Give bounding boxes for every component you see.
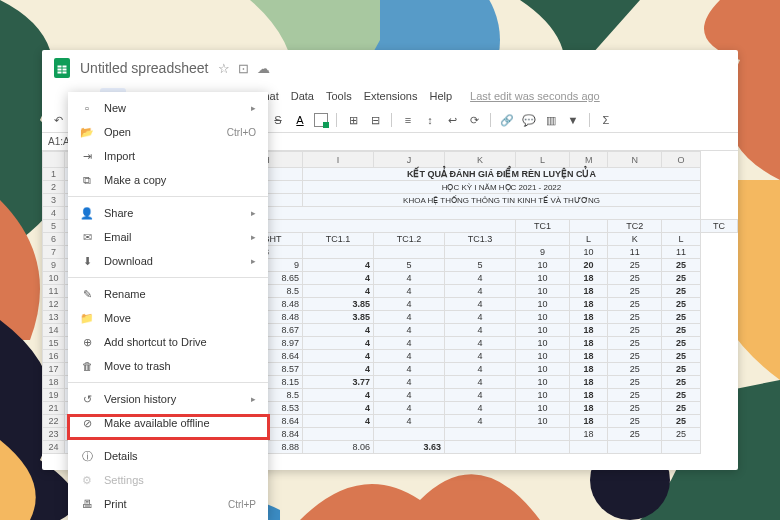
shortcut-icon: ⊕ xyxy=(80,335,94,349)
menu-item-shortcut[interactable]: ⊕Add shortcut to Drive xyxy=(68,330,268,354)
menu-help[interactable]: Help xyxy=(429,90,452,102)
menu-item-print[interactable]: 🖶PrintCtrl+P xyxy=(68,492,268,516)
move-icon: 📁 xyxy=(80,311,94,325)
row-header[interactable]: 6 xyxy=(43,233,65,246)
row-header[interactable]: 9 xyxy=(43,259,65,272)
menu-item-open[interactable]: 📂OpenCtrl+O xyxy=(68,120,268,144)
row-header[interactable]: 5 xyxy=(43,220,65,233)
doc-title[interactable]: Untitled spreadsheet xyxy=(80,60,208,76)
col-header[interactable]: O xyxy=(662,152,701,168)
strike-button[interactable]: S xyxy=(270,112,286,128)
halign-icon[interactable]: ≡ xyxy=(400,112,416,128)
rotate-icon[interactable]: ⟳ xyxy=(466,112,482,128)
menu-item-copy[interactable]: ⧉Make a copy xyxy=(68,168,268,192)
row-header[interactable]: 17 xyxy=(43,363,65,376)
subtitle-cell[interactable]: HỌC KỲ I NĂM HỌC 2021 - 2022 xyxy=(303,181,701,194)
menu-item-trash[interactable]: 🗑Move to trash xyxy=(68,354,268,378)
titlebar: Untitled spreadsheet ☆ ⊡ ☁ xyxy=(42,50,738,86)
row-header[interactable]: 11 xyxy=(43,285,65,298)
menu-item-move[interactable]: 📁Move xyxy=(68,306,268,330)
row-header[interactable]: 12 xyxy=(43,298,65,311)
sheets-logo-icon xyxy=(50,56,74,80)
menu-item-share[interactable]: 👤Share▸ xyxy=(68,201,268,225)
row-header[interactable]: 13 xyxy=(43,311,65,324)
info-icon: ⓘ xyxy=(80,449,94,463)
col-header[interactable]: K xyxy=(445,152,516,168)
col-header[interactable]: I xyxy=(303,152,374,168)
file-menu-dropdown: ▫New▸ 📂OpenCtrl+O ⇥Import ⧉Make a copy 👤… xyxy=(68,92,268,520)
row-header[interactable]: 21 xyxy=(43,402,65,415)
share-icon: 👤 xyxy=(80,206,94,220)
row-header[interactable]: 10 xyxy=(43,272,65,285)
row-header[interactable]: 24 xyxy=(43,441,65,454)
menu-item-details[interactable]: ⓘDetails xyxy=(68,444,268,468)
menu-item-new[interactable]: ▫New▸ xyxy=(68,96,268,120)
subtitle-cell[interactable]: KHOA HỆ THỐNG THÔNG TIN KINH TẾ VÀ THƯƠN… xyxy=(303,194,701,207)
doc-icon: ▫ xyxy=(80,101,94,115)
col-header[interactable]: L xyxy=(515,152,569,168)
copy-icon: ⧉ xyxy=(80,173,94,187)
import-icon: ⇥ xyxy=(80,149,94,163)
row-header[interactable]: 7 xyxy=(43,246,65,259)
menu-extensions[interactable]: Extensions xyxy=(364,90,418,102)
row-header[interactable]: 22 xyxy=(43,415,65,428)
row-header[interactable]: 3 xyxy=(43,194,65,207)
menu-item-download[interactable]: ⬇Download▸ xyxy=(68,249,268,273)
filter-icon[interactable]: ▼ xyxy=(565,112,581,128)
wrap-icon[interactable]: ↩ xyxy=(444,112,460,128)
row-header[interactable]: 1 xyxy=(43,168,65,181)
col-header[interactable]: M xyxy=(569,152,607,168)
menu-item-version[interactable]: ↺Version history▸ xyxy=(68,387,268,411)
row-header[interactable]: 14 xyxy=(43,324,65,337)
history-icon: ↺ xyxy=(80,392,94,406)
row-header[interactable]: 16 xyxy=(43,350,65,363)
menu-tools[interactable]: Tools xyxy=(326,90,352,102)
move-folder-icon[interactable]: ⊡ xyxy=(238,61,249,76)
gear-icon: ⚙ xyxy=(80,473,94,487)
email-icon: ✉ xyxy=(80,230,94,244)
valign-icon[interactable]: ↕ xyxy=(422,112,438,128)
offline-icon: ⊘ xyxy=(80,416,94,430)
comment-icon[interactable]: 💬 xyxy=(521,112,537,128)
menu-item-import[interactable]: ⇥Import xyxy=(68,144,268,168)
row-header[interactable]: 19 xyxy=(43,389,65,402)
fill-color-button[interactable] xyxy=(314,113,328,127)
row-header[interactable]: 2 xyxy=(43,181,65,194)
row-header[interactable]: 15 xyxy=(43,337,65,350)
menu-item-rename[interactable]: ✎Rename xyxy=(68,282,268,306)
rename-icon: ✎ xyxy=(80,287,94,301)
link-icon[interactable]: 🔗 xyxy=(499,112,515,128)
title-cell[interactable]: KẾT QUẢ ĐÁNH GIÁ ĐIỂM RÈN LUYỆN CỦA xyxy=(303,168,701,181)
menu-item-offline[interactable]: ⊘Make available offline xyxy=(68,411,268,435)
download-icon: ⬇ xyxy=(80,254,94,268)
text-color-button[interactable]: A xyxy=(292,112,308,128)
cloud-status-icon: ☁ xyxy=(257,61,270,76)
borders-icon[interactable]: ⊞ xyxy=(345,112,361,128)
menu-item-email[interactable]: ✉Email▸ xyxy=(68,225,268,249)
undo-icon[interactable]: ↶ xyxy=(50,112,66,128)
corner-cell[interactable] xyxy=(43,152,65,168)
col-header[interactable]: N xyxy=(608,152,662,168)
row-header[interactable]: 23 xyxy=(43,428,65,441)
menu-data[interactable]: Data xyxy=(291,90,314,102)
row-header[interactable]: 4 xyxy=(43,207,65,220)
functions-icon[interactable]: Σ xyxy=(598,112,614,128)
row-header[interactable]: 18 xyxy=(43,376,65,389)
chart-icon[interactable]: ▥ xyxy=(543,112,559,128)
menu-item-settings[interactable]: ⚙Settings xyxy=(68,468,268,492)
folder-open-icon: 📂 xyxy=(80,125,94,139)
star-icon[interactable]: ☆ xyxy=(218,61,230,76)
col-header[interactable]: J xyxy=(374,152,445,168)
trash-icon: 🗑 xyxy=(80,359,94,373)
print-icon: 🖶 xyxy=(80,497,94,511)
last-edit-link[interactable]: Last edit was seconds ago xyxy=(470,90,600,102)
merge-icon[interactable]: ⊟ xyxy=(367,112,383,128)
